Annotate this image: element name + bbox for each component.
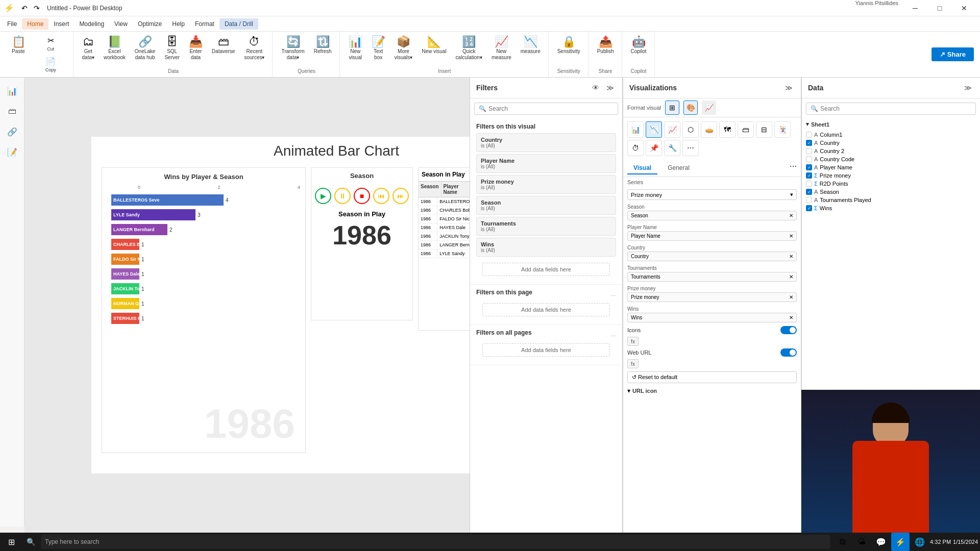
sql-btn[interactable]: 🗄SQLServer bbox=[161, 34, 183, 63]
search-taskbar-btn[interactable]: 🔍 bbox=[21, 533, 40, 551]
sensitivity-btn[interactable]: 🔒Sensitivity bbox=[554, 34, 584, 57]
data-field-item[interactable]: A Tournaments Played bbox=[804, 196, 978, 204]
new-measure-btn[interactable]: 📈Newmeasure bbox=[488, 34, 515, 63]
new-visual-btn[interactable]: 📊Newvisual bbox=[345, 34, 366, 63]
menu-modeling[interactable]: Modeling bbox=[74, 18, 109, 30]
next-btn[interactable]: ⏭ bbox=[393, 188, 409, 204]
viz-icon-line[interactable]: 📉 bbox=[646, 121, 662, 138]
get-data-btn[interactable]: 🗂Getdata▾ bbox=[79, 34, 98, 63]
filter-item[interactable]: Season is (All) bbox=[476, 196, 616, 215]
filters-search-box[interactable]: 🔍 bbox=[474, 103, 618, 115]
filter-item[interactable]: Tournaments is (All) bbox=[476, 217, 616, 236]
add-fields-all-pages-btn[interactable]: Add data fields here bbox=[482, 343, 610, 357]
viz-icon-bar[interactable]: 📊 bbox=[627, 121, 644, 138]
data-field-item[interactable]: ✓ Σ Prize money bbox=[804, 171, 978, 180]
filters-on-page-dots[interactable]: … bbox=[611, 291, 616, 297]
sidebar-report-btn[interactable]: 📊 bbox=[3, 82, 21, 100]
edge-btn[interactable]: 🌐 bbox=[911, 533, 929, 551]
taskview-btn[interactable]: ⧉ bbox=[833, 533, 851, 551]
viz-icon-scatter[interactable]: ⬡ bbox=[682, 121, 699, 138]
data-field-item[interactable]: A Column1 bbox=[804, 131, 978, 139]
filter-item[interactable]: Wins is (All) bbox=[476, 238, 616, 257]
menu-help[interactable]: Help bbox=[167, 18, 190, 30]
more-visuals-btn[interactable]: 📦Morevisuals▾ bbox=[391, 34, 416, 63]
data-field-item[interactable]: ✓ A Player Name bbox=[804, 163, 978, 171]
fw-tournaments-box[interactable]: Tournaments✕ bbox=[627, 272, 797, 282]
web-url-toggle[interactable] bbox=[780, 348, 797, 357]
menu-format[interactable]: Format bbox=[190, 18, 219, 30]
data-field-item[interactable]: ✓ A Country bbox=[804, 139, 978, 147]
cut-btn[interactable]: ✂Cut bbox=[33, 34, 69, 54]
data-field-item[interactable]: Σ R2D Points bbox=[804, 180, 978, 188]
url-icon-header[interactable]: ▾ URL icon bbox=[627, 387, 797, 394]
viz-expand-btn[interactable]: ≫ bbox=[782, 82, 795, 94]
menu-file[interactable]: File bbox=[2, 18, 22, 30]
chat-btn[interactable]: 💬 bbox=[872, 533, 890, 551]
share-button[interactable]: ↗ Share bbox=[932, 47, 974, 61]
series-dropdown[interactable]: Prize money ▾ bbox=[627, 189, 797, 200]
refresh-btn[interactable]: 🔃Refresh bbox=[310, 34, 335, 57]
viz-icon-pie[interactable]: 🥧 bbox=[701, 121, 717, 138]
tab-general[interactable]: General bbox=[662, 162, 696, 174]
measure-btn[interactable]: 📉measure bbox=[517, 34, 544, 57]
quick-calc-btn[interactable]: 🔢Quickcalculation▾ bbox=[452, 34, 486, 63]
format-grid-btn[interactable]: ⊞ bbox=[665, 101, 679, 115]
season-card[interactable]: Season ▶ ⏸ ■ ⏮ ⏭ Season in Play 1986 bbox=[311, 167, 413, 320]
transform-btn[interactable]: 🔄Transformdata▾ bbox=[278, 34, 308, 63]
data-field-item[interactable]: ✓ A Season bbox=[804, 188, 978, 196]
new-visual2-btn[interactable]: 📐New visual bbox=[418, 34, 450, 57]
filters-search-input[interactable] bbox=[488, 105, 614, 112]
data-search-box[interactable]: 🔍 bbox=[806, 103, 976, 115]
viz-icon-more[interactable]: ⋯ bbox=[682, 140, 699, 156]
filters-expand-btn[interactable]: ≫ bbox=[604, 82, 616, 94]
widgets-btn[interactable]: 🌤 bbox=[852, 533, 871, 551]
paste-btn[interactable]: 📋 Paste bbox=[6, 34, 31, 57]
recent-sources-btn[interactable]: ⏱Recentsources▾ bbox=[240, 34, 268, 63]
stop-btn[interactable]: ■ bbox=[354, 188, 370, 204]
format-paint-btn[interactable]: 🎨 bbox=[683, 101, 698, 115]
viz-icon-area[interactable]: 📈 bbox=[664, 121, 680, 138]
tab-more-btn[interactable]: ⋯ bbox=[790, 162, 797, 174]
reset-to-default-btn[interactable]: ↺ Reset to default bbox=[627, 371, 797, 383]
filter-item[interactable]: Country is (All) bbox=[476, 133, 616, 152]
enter-data-btn[interactable]: 📥Enterdata bbox=[185, 34, 206, 63]
undo-btn[interactable]: ↶ bbox=[21, 4, 28, 12]
menu-insert[interactable]: Insert bbox=[48, 18, 74, 30]
menu-data-drill[interactable]: Data / Drill bbox=[219, 18, 258, 30]
sidebar-model-btn[interactable]: 🔗 bbox=[3, 122, 21, 141]
menu-view[interactable]: View bbox=[109, 18, 133, 30]
excel-btn[interactable]: 📗Excelworkbook bbox=[100, 34, 129, 63]
dataverse-btn[interactable]: 🗃Dataverse bbox=[208, 34, 239, 57]
icons-toggle[interactable] bbox=[780, 326, 797, 334]
format-analytics-btn[interactable]: 📈 bbox=[702, 101, 716, 115]
sidebar-dax-btn[interactable]: 📝 bbox=[3, 143, 21, 161]
maximize-btn[interactable]: □ bbox=[928, 0, 951, 16]
close-btn[interactable]: ✕ bbox=[952, 0, 976, 16]
bar-chart-section[interactable]: Wins by Player & Season 0 2 4 BALLESTERO… bbox=[102, 167, 306, 453]
add-fields-visual-btn[interactable]: Add data fields here bbox=[482, 263, 610, 276]
data-search-input[interactable] bbox=[820, 105, 971, 112]
powerbi-taskbar-btn[interactable]: ⚡ bbox=[891, 533, 910, 551]
viz-icon-card[interactable]: 🃏 bbox=[774, 121, 791, 138]
play-btn[interactable]: ▶ bbox=[315, 188, 331, 204]
filters-eye-btn[interactable]: 👁 bbox=[590, 82, 602, 94]
icons-fx-btn[interactable]: fx bbox=[627, 337, 639, 346]
menu-optimize[interactable]: Optimize bbox=[133, 18, 167, 30]
copilot-btn[interactable]: 🤖Copilot bbox=[627, 34, 650, 57]
fw-wins-box[interactable]: Wins✕ bbox=[627, 313, 797, 322]
redo-btn[interactable]: ↷ bbox=[34, 4, 40, 12]
data-field-item[interactable]: A Country Code bbox=[804, 155, 978, 163]
data-field-item[interactable]: A Country 2 bbox=[804, 147, 978, 155]
filter-item[interactable]: Prize money is (All) bbox=[476, 175, 616, 194]
data-field-item[interactable]: ✓ Σ Wins bbox=[804, 204, 978, 212]
web-url-fx-btn[interactable]: fx bbox=[627, 359, 639, 368]
viz-icon-map[interactable]: 🗺 bbox=[719, 121, 736, 138]
fw-player-box[interactable]: Player Name✕ bbox=[627, 231, 797, 241]
add-fields-page-btn[interactable]: Add data fields here bbox=[482, 303, 610, 316]
fw-country-box[interactable]: Country✕ bbox=[627, 252, 797, 261]
filter-item[interactable]: Player Name is (All) bbox=[476, 154, 616, 173]
data-expand-btn[interactable]: ≫ bbox=[962, 82, 974, 94]
tab-visual[interactable]: Visual bbox=[627, 162, 657, 174]
sidebar-data-btn[interactable]: 🗃 bbox=[3, 102, 21, 120]
viz-icon-kpi[interactable]: 📌 bbox=[646, 140, 662, 156]
